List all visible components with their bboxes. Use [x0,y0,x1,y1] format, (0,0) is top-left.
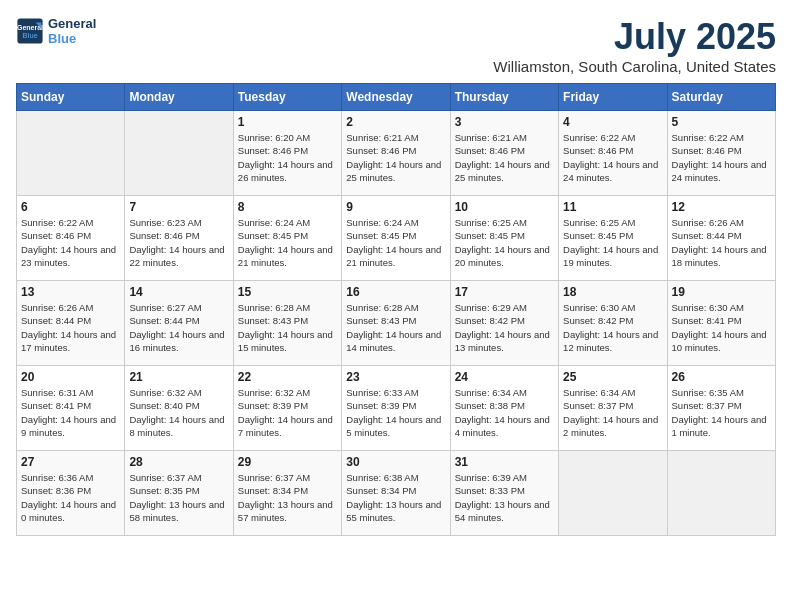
cell-info: Sunrise: 6:22 AM Sunset: 8:46 PM Dayligh… [563,131,662,184]
calendar-cell: 14Sunrise: 6:27 AM Sunset: 8:44 PM Dayli… [125,281,233,366]
cell-info: Sunrise: 6:22 AM Sunset: 8:46 PM Dayligh… [672,131,771,184]
logo-icon: General Blue [16,17,44,45]
calendar-cell: 24Sunrise: 6:34 AM Sunset: 8:38 PM Dayli… [450,366,558,451]
weekday-header: Sunday [17,84,125,111]
cell-info: Sunrise: 6:34 AM Sunset: 8:37 PM Dayligh… [563,386,662,439]
svg-rect-0 [17,18,42,43]
cell-info: Sunrise: 6:23 AM Sunset: 8:46 PM Dayligh… [129,216,228,269]
day-number: 24 [455,370,554,384]
calendar-cell: 29Sunrise: 6:37 AM Sunset: 8:34 PM Dayli… [233,451,341,536]
cell-info: Sunrise: 6:30 AM Sunset: 8:42 PM Dayligh… [563,301,662,354]
cell-info: Sunrise: 6:38 AM Sunset: 8:34 PM Dayligh… [346,471,445,524]
day-number: 22 [238,370,337,384]
weekday-header: Saturday [667,84,775,111]
calendar-cell: 12Sunrise: 6:26 AM Sunset: 8:44 PM Dayli… [667,196,775,281]
cell-info: Sunrise: 6:37 AM Sunset: 8:34 PM Dayligh… [238,471,337,524]
day-number: 6 [21,200,120,214]
day-number: 15 [238,285,337,299]
calendar-cell: 17Sunrise: 6:29 AM Sunset: 8:42 PM Dayli… [450,281,558,366]
calendar-cell: 23Sunrise: 6:33 AM Sunset: 8:39 PM Dayli… [342,366,450,451]
cell-info: Sunrise: 6:25 AM Sunset: 8:45 PM Dayligh… [455,216,554,269]
weekday-header: Friday [559,84,667,111]
calendar-cell [17,111,125,196]
cell-info: Sunrise: 6:36 AM Sunset: 8:36 PM Dayligh… [21,471,120,524]
calendar-cell: 25Sunrise: 6:34 AM Sunset: 8:37 PM Dayli… [559,366,667,451]
calendar-week-row: 27Sunrise: 6:36 AM Sunset: 8:36 PM Dayli… [17,451,776,536]
day-number: 1 [238,115,337,129]
calendar-cell [559,451,667,536]
day-number: 3 [455,115,554,129]
cell-info: Sunrise: 6:24 AM Sunset: 8:45 PM Dayligh… [346,216,445,269]
cell-info: Sunrise: 6:35 AM Sunset: 8:37 PM Dayligh… [672,386,771,439]
day-number: 2 [346,115,445,129]
day-number: 4 [563,115,662,129]
cell-info: Sunrise: 6:24 AM Sunset: 8:45 PM Dayligh… [238,216,337,269]
calendar-week-row: 20Sunrise: 6:31 AM Sunset: 8:41 PM Dayli… [17,366,776,451]
calendar-cell: 1Sunrise: 6:20 AM Sunset: 8:46 PM Daylig… [233,111,341,196]
weekday-header: Monday [125,84,233,111]
day-number: 30 [346,455,445,469]
cell-info: Sunrise: 6:26 AM Sunset: 8:44 PM Dayligh… [21,301,120,354]
logo: General Blue General Blue [16,16,96,46]
cell-info: Sunrise: 6:20 AM Sunset: 8:46 PM Dayligh… [238,131,337,184]
month-title: July 2025 [493,16,776,58]
day-number: 27 [21,455,120,469]
cell-info: Sunrise: 6:21 AM Sunset: 8:46 PM Dayligh… [455,131,554,184]
day-number: 31 [455,455,554,469]
day-number: 25 [563,370,662,384]
calendar-cell: 22Sunrise: 6:32 AM Sunset: 8:39 PM Dayli… [233,366,341,451]
calendar-cell: 4Sunrise: 6:22 AM Sunset: 8:46 PM Daylig… [559,111,667,196]
cell-info: Sunrise: 6:32 AM Sunset: 8:39 PM Dayligh… [238,386,337,439]
day-number: 5 [672,115,771,129]
cell-info: Sunrise: 6:25 AM Sunset: 8:45 PM Dayligh… [563,216,662,269]
title-area: July 2025 Williamston, South Carolina, U… [493,16,776,75]
cell-info: Sunrise: 6:21 AM Sunset: 8:46 PM Dayligh… [346,131,445,184]
calendar-cell: 18Sunrise: 6:30 AM Sunset: 8:42 PM Dayli… [559,281,667,366]
day-number: 17 [455,285,554,299]
cell-info: Sunrise: 6:31 AM Sunset: 8:41 PM Dayligh… [21,386,120,439]
day-number: 14 [129,285,228,299]
cell-info: Sunrise: 6:27 AM Sunset: 8:44 PM Dayligh… [129,301,228,354]
weekday-header: Wednesday [342,84,450,111]
day-number: 10 [455,200,554,214]
calendar-cell: 3Sunrise: 6:21 AM Sunset: 8:46 PM Daylig… [450,111,558,196]
calendar-cell [667,451,775,536]
day-number: 16 [346,285,445,299]
calendar-cell: 26Sunrise: 6:35 AM Sunset: 8:37 PM Dayli… [667,366,775,451]
location: Williamston, South Carolina, United Stat… [493,58,776,75]
calendar-week-row: 13Sunrise: 6:26 AM Sunset: 8:44 PM Dayli… [17,281,776,366]
calendar-cell: 2Sunrise: 6:21 AM Sunset: 8:46 PM Daylig… [342,111,450,196]
calendar-cell [125,111,233,196]
calendar-cell: 5Sunrise: 6:22 AM Sunset: 8:46 PM Daylig… [667,111,775,196]
calendar-cell: 7Sunrise: 6:23 AM Sunset: 8:46 PM Daylig… [125,196,233,281]
cell-info: Sunrise: 6:30 AM Sunset: 8:41 PM Dayligh… [672,301,771,354]
calendar-cell: 11Sunrise: 6:25 AM Sunset: 8:45 PM Dayli… [559,196,667,281]
day-number: 26 [672,370,771,384]
calendar-cell: 13Sunrise: 6:26 AM Sunset: 8:44 PM Dayli… [17,281,125,366]
calendar-cell: 30Sunrise: 6:38 AM Sunset: 8:34 PM Dayli… [342,451,450,536]
cell-info: Sunrise: 6:32 AM Sunset: 8:40 PM Dayligh… [129,386,228,439]
cell-info: Sunrise: 6:22 AM Sunset: 8:46 PM Dayligh… [21,216,120,269]
cell-info: Sunrise: 6:33 AM Sunset: 8:39 PM Dayligh… [346,386,445,439]
day-number: 12 [672,200,771,214]
calendar-week-row: 6Sunrise: 6:22 AM Sunset: 8:46 PM Daylig… [17,196,776,281]
calendar-cell: 21Sunrise: 6:32 AM Sunset: 8:40 PM Dayli… [125,366,233,451]
cell-info: Sunrise: 6:26 AM Sunset: 8:44 PM Dayligh… [672,216,771,269]
day-number: 21 [129,370,228,384]
cell-info: Sunrise: 6:34 AM Sunset: 8:38 PM Dayligh… [455,386,554,439]
calendar-cell: 16Sunrise: 6:28 AM Sunset: 8:43 PM Dayli… [342,281,450,366]
weekday-header: Thursday [450,84,558,111]
calendar-table: SundayMondayTuesdayWednesdayThursdayFrid… [16,83,776,536]
svg-text:Blue: Blue [22,32,37,39]
logo-text: General Blue [48,16,96,46]
day-number: 29 [238,455,337,469]
calendar-cell: 15Sunrise: 6:28 AM Sunset: 8:43 PM Dayli… [233,281,341,366]
calendar-cell: 10Sunrise: 6:25 AM Sunset: 8:45 PM Dayli… [450,196,558,281]
calendar-cell: 27Sunrise: 6:36 AM Sunset: 8:36 PM Dayli… [17,451,125,536]
calendar-cell: 6Sunrise: 6:22 AM Sunset: 8:46 PM Daylig… [17,196,125,281]
cell-info: Sunrise: 6:28 AM Sunset: 8:43 PM Dayligh… [346,301,445,354]
day-number: 23 [346,370,445,384]
day-number: 9 [346,200,445,214]
day-number: 13 [21,285,120,299]
calendar-week-row: 1Sunrise: 6:20 AM Sunset: 8:46 PM Daylig… [17,111,776,196]
